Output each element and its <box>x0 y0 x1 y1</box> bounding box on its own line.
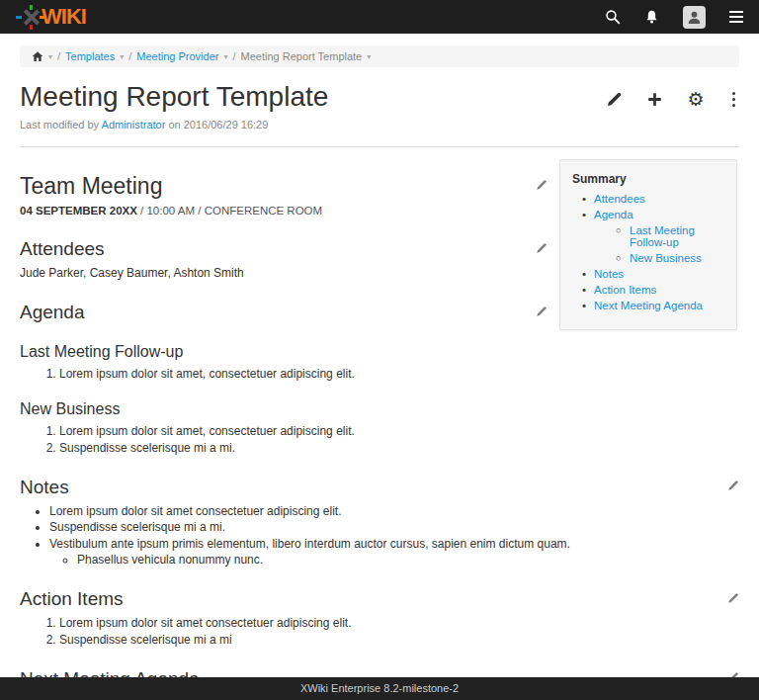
top-navbar: WIKI <box>0 0 759 34</box>
edit-section-pencil-icon[interactable] <box>727 480 739 494</box>
list-item: Suspendisse scelerisque mi a mi <box>59 633 739 647</box>
toc-item: Agenda <box>572 209 728 220</box>
summary-toc: Attendees Agenda Last Meeting Follow-up … <box>572 193 728 311</box>
list-item: Lorem ipsum dolor sit amet consectetuer … <box>59 616 739 630</box>
chevron-down-icon[interactable]: ▾ <box>223 52 227 61</box>
page-actions: ⚙ <box>606 91 739 108</box>
edit-section-pencil-icon[interactable] <box>727 592 739 607</box>
section-title-action-items: Action Items <box>20 588 124 610</box>
chevron-down-icon[interactable]: ▾ <box>367 52 371 61</box>
hamburger-menu-icon[interactable] <box>729 11 743 23</box>
breadcrumb-item-current: Meeting Report Template <box>241 50 363 62</box>
version-bar: XWiki Enterprise 8.2-milestone-2 <box>0 677 759 700</box>
section-title-attendees: Attendees <box>20 238 105 260</box>
section-title-team-meeting: Team Meeting <box>20 173 162 200</box>
last-meeting-list: Lorem ipsum dolor sit amet, consectetuer… <box>20 367 739 381</box>
section-title-new-business: New Business <box>20 400 739 418</box>
document-content: Summary Attendees Agenda Last Meeting Fo… <box>20 147 739 700</box>
chevron-down-icon[interactable]: ▾ <box>48 52 52 61</box>
breadcrumb: ▾ / Templates ▾ / Meeting Provider ▾ / M… <box>20 45 739 67</box>
section-title-notes: Notes <box>20 477 69 498</box>
settings-gear-icon[interactable]: ⚙ <box>687 91 704 108</box>
user-avatar[interactable] <box>683 6 706 29</box>
summary-panel: Summary Attendees Agenda Last Meeting Fo… <box>559 159 737 330</box>
new-business-list: Lorem ipsum dolor sit amet, consectetuer… <box>20 424 739 455</box>
list-item: Lorem ipsum dolor sit amet, consectetuer… <box>59 367 739 381</box>
list-subitem: Phasellus vehicula nonummy nunc. <box>77 553 739 567</box>
list-item: Suspendisse scelerisque mi a mi. <box>49 520 739 534</box>
last-modified-line: Last modified by Administrator on 2016/0… <box>20 119 328 131</box>
list-item: Lorem ipsum dolor sit amet consectetuer … <box>49 504 739 518</box>
breadcrumb-item-templates[interactable]: Templates <box>65 50 115 62</box>
home-icon[interactable] <box>32 50 43 62</box>
xwiki-logo[interactable]: WIKI <box>16 5 86 29</box>
edit-section-pencil-icon[interactable] <box>536 306 548 320</box>
notes-list: Lorem ipsum dolor sit amet consectetuer … <box>20 504 739 568</box>
toc-item: Attendees <box>572 193 728 205</box>
create-page-button[interactable] <box>646 91 663 108</box>
list-item: Suspendisse scelerisque mi a mi. <box>59 441 739 455</box>
search-icon[interactable] <box>605 9 621 25</box>
list-item: Vestibulum ante ipsum primis elementum, … <box>49 537 739 551</box>
toc-item: Action Items <box>572 284 728 296</box>
edit-section-pencil-icon[interactable] <box>536 242 548 257</box>
toc-item: Next Meeting Agenda <box>572 300 728 311</box>
section-title-agenda: Agenda <box>20 302 85 323</box>
edit-section-pencil-icon[interactable] <box>536 179 548 194</box>
list-item: Lorem ipsum dolor sit amet, consectetuer… <box>59 424 739 438</box>
more-options-kebab-icon[interactable] <box>728 92 740 108</box>
notifications-bell-icon[interactable] <box>644 9 659 25</box>
edit-page-button[interactable] <box>606 91 623 108</box>
modified-by-user-link[interactable]: Administrator <box>102 119 166 131</box>
xwiki-logo-x-icon <box>23 9 40 26</box>
toc-item: Notes <box>572 268 728 280</box>
chevron-down-icon[interactable]: ▾ <box>120 52 124 61</box>
toc-item: Last Meeting Follow-up <box>572 224 728 248</box>
xwiki-logo-text: WIKI <box>42 5 86 29</box>
page-title: Meeting Report Template <box>20 81 328 113</box>
section-title-last-meeting-follow-up: Last Meeting Follow-up <box>20 343 739 361</box>
summary-title: Summary <box>572 172 728 186</box>
toc-item: New Business <box>572 252 728 264</box>
breadcrumb-item-meeting-provider[interactable]: Meeting Provider <box>136 50 218 62</box>
action-items-list: Lorem ipsum dolor sit amet consectetuer … <box>20 616 739 647</box>
